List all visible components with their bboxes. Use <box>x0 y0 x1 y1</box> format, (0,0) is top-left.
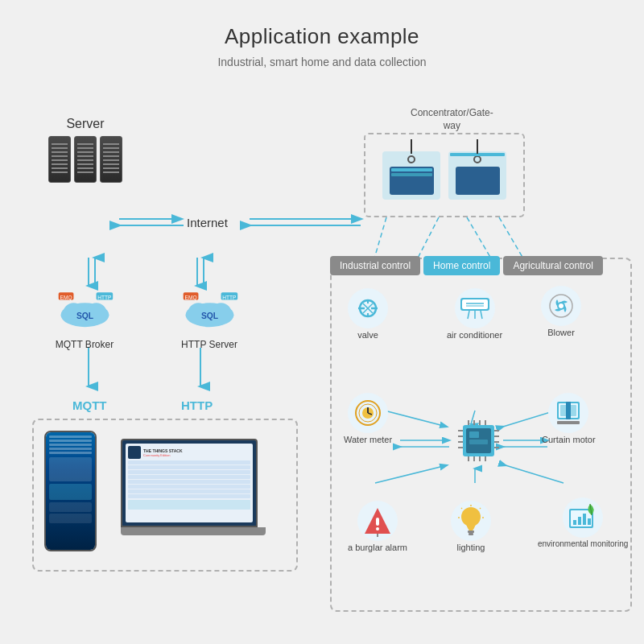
ac-icon <box>460 297 490 320</box>
mqtt-broker-label: MQTT Broker <box>52 339 117 350</box>
svg-text:EMQ: EMQ <box>60 295 72 301</box>
svg-rect-87 <box>557 421 580 424</box>
watermeter-icon <box>353 398 382 427</box>
valve-icon <box>355 295 381 321</box>
curtain-icon <box>554 398 583 427</box>
alarm-item: a burglar alarm <box>348 501 407 552</box>
phone-mockup <box>44 431 97 551</box>
chip-svg <box>456 419 501 463</box>
svg-text:SQL: SQL <box>200 312 217 320</box>
antenna-icon <box>407 155 415 163</box>
server-unit-1 <box>48 136 71 183</box>
tab-home[interactable]: Home control <box>423 256 500 275</box>
chip-center <box>456 419 501 463</box>
env-icon-circle <box>563 497 603 538</box>
screen-header: THE THINGS STACK Community Edition <box>128 446 250 459</box>
concentrator-device-1 <box>382 151 440 200</box>
server-unit-3 <box>100 136 122 183</box>
ac-label: air conditioner <box>447 330 502 340</box>
internet-label: Internet <box>187 216 228 229</box>
server-icon <box>48 136 122 183</box>
alarm-icon-circle <box>357 501 398 541</box>
svg-point-92 <box>461 507 481 526</box>
env-item: environmental monitoring <box>538 497 628 548</box>
screen-logo <box>128 446 141 459</box>
blower-icon <box>547 291 576 320</box>
http-server-label: HTTP Server <box>173 339 246 350</box>
svg-rect-90 <box>376 527 379 530</box>
lighting-icon <box>458 505 484 537</box>
env-icon <box>568 502 598 533</box>
svg-text:HTTP: HTTP <box>97 295 112 300</box>
screen-title: THE THINGS STACK <box>143 448 183 453</box>
laptop-screen: THE THINGS STACK Community Edition <box>121 439 258 527</box>
curtain-label: Curtain motor <box>542 435 596 444</box>
svg-text:SQL: SQL <box>76 312 93 320</box>
svg-line-97 <box>480 508 481 509</box>
svg-point-56 <box>559 303 564 308</box>
svg-text:EMQ: EMQ <box>184 295 196 301</box>
http-server-group: EMQ HTTP SQL HTTP Server <box>173 290 246 350</box>
svg-rect-104 <box>583 514 586 525</box>
svg-rect-80 <box>469 431 479 438</box>
page-subtitle: Industrial, smart home and data collecti… <box>0 56 644 68</box>
svg-rect-48 <box>462 299 488 309</box>
server-unit-2 <box>74 136 97 183</box>
cable-2 <box>477 139 478 154</box>
svg-rect-81 <box>469 440 488 444</box>
ac-icon-circle <box>455 288 495 328</box>
phone-screen <box>46 432 95 550</box>
page-title: Application example <box>0 0 644 49</box>
svg-rect-102 <box>573 520 576 525</box>
board-1 <box>390 167 434 195</box>
mqtt-broker-group: EMQ HTTP SQL MQTT Broker <box>52 290 117 350</box>
cable-1 <box>411 139 412 154</box>
tab-industrial[interactable]: Industrial control <box>330 256 420 275</box>
svg-rect-103 <box>578 517 581 525</box>
alarm-icon <box>363 505 392 537</box>
svg-line-53 <box>481 311 482 319</box>
lighting-icon-circle <box>451 501 491 541</box>
watermeter-label: Water meter <box>344 435 392 444</box>
board-2 <box>456 167 500 195</box>
valve-label: valve <box>348 330 388 340</box>
svg-rect-89 <box>376 518 379 526</box>
cloud-http-icon: EMQ HTTP SQL <box>180 290 240 334</box>
cloud-mqtt-icon: EMQ HTTP SQL <box>55 290 115 334</box>
ac-item: air conditioner <box>447 288 502 340</box>
svg-text:HTTP: HTTP <box>222 295 237 300</box>
blower-icon-circle <box>541 286 581 326</box>
env-label: environmental monitoring <box>538 539 628 548</box>
valve-icon-circle <box>348 288 388 328</box>
control-tabs: Industrial control Home control Agricult… <box>330 256 603 275</box>
svg-rect-93 <box>468 530 474 533</box>
lighting-label: lighting <box>451 543 491 552</box>
curtain-icon-circle <box>548 393 588 433</box>
tab-agricultural[interactable]: Agricultural control <box>503 256 602 275</box>
svg-rect-94 <box>469 533 473 535</box>
concentrator-device-2 <box>448 151 506 200</box>
screen-edition: Community Edition <box>143 453 183 457</box>
mqtt-protocol-label: MQTT <box>72 398 107 412</box>
antenna-icon-2 <box>473 155 481 163</box>
curtain-item: Curtain motor <box>542 393 596 444</box>
laptop-mockup: THE THINGS STACK Community Edition <box>121 439 266 551</box>
lighting-item: lighting <box>451 501 491 552</box>
svg-line-51 <box>468 311 469 319</box>
svg-rect-105 <box>588 518 591 525</box>
svg-rect-86 <box>566 402 571 419</box>
http-protocol-label: HTTP <box>181 398 213 412</box>
server-group: Server <box>48 117 122 183</box>
watermeter-item: Water meter <box>344 393 392 444</box>
alarm-label: a burglar alarm <box>348 543 407 552</box>
concentrator-box <box>364 133 525 217</box>
concentrator-label: Concentrator/Gate-way <box>411 107 493 132</box>
server-label: Server <box>48 117 122 131</box>
page: Application example Industrial, smart ho… <box>0 0 644 644</box>
blower-item: Blower <box>541 286 581 337</box>
svg-line-96 <box>461 508 462 509</box>
valve-item: valve <box>348 288 388 340</box>
watermeter-icon-circle <box>348 393 388 433</box>
blower-label: Blower <box>541 328 581 337</box>
screen-content: THE THINGS STACK Community Edition <box>126 444 253 522</box>
